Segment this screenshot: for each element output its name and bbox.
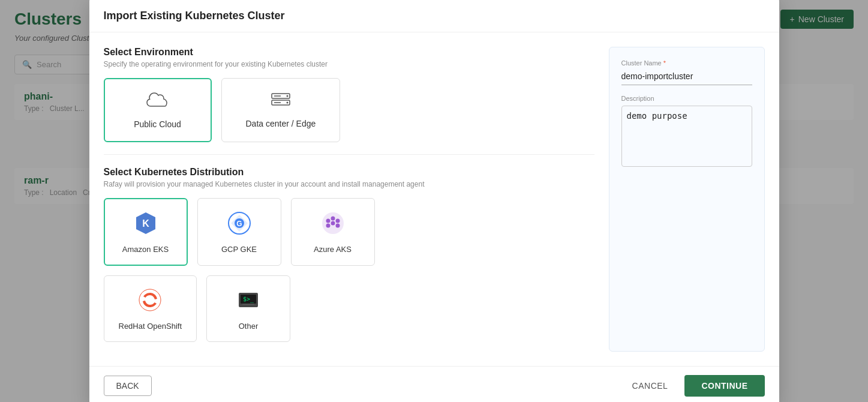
description-textarea-wrapper: demo purpose	[621, 106, 752, 167]
import-cluster-modal: Import Existing Kubernetes Cluster Selec…	[89, 0, 779, 402]
aks-icon	[320, 210, 346, 239]
distribution-section: Select Kubernetes Distribution Rafay wil…	[104, 167, 594, 342]
dist-card-azure-aks[interactable]: Azure AKS	[291, 198, 375, 266]
svg-point-14	[335, 218, 340, 223]
env-card-datacenter-label: Data center / Edge	[246, 119, 316, 128]
modal-overlay: Import Existing Kubernetes Cluster Selec…	[0, 0, 868, 402]
env-card-public-cloud-label: Public Cloud	[134, 119, 181, 129]
env-card-public-cloud[interactable]: Public Cloud	[104, 78, 212, 142]
cluster-name-input[interactable]	[621, 69, 752, 85]
svg-point-12	[326, 218, 330, 223]
env-card-datacenter-edge[interactable]: Data center / Edge	[221, 78, 341, 142]
dist-card-azure-aks-label: Azure AKS	[314, 245, 352, 254]
datacenter-icon	[270, 92, 292, 113]
svg-point-13	[331, 216, 335, 220]
distribution-cards-row2: RedHat OpenShift $>_	[104, 275, 594, 342]
svg-point-3	[286, 101, 288, 103]
cluster-name-field: Cluster Name	[621, 59, 752, 95]
svg-text:K: K	[142, 218, 149, 229]
svg-text:$>_: $>_	[243, 296, 254, 303]
other-icon: $>_	[235, 287, 262, 316]
description-label: Description	[621, 95, 752, 102]
svg-point-16	[326, 223, 330, 227]
modal-footer: BACK CANCEL CONTINUE	[89, 366, 779, 403]
distribution-cards-row1: K Amazon EKS	[104, 198, 594, 266]
environment-cards: Public Cloud	[104, 78, 594, 142]
dist-card-other-label: Other	[239, 322, 259, 331]
modal-right-panel: Cluster Name Description demo purpose	[609, 47, 765, 352]
gke-icon: G	[226, 210, 253, 239]
back-button[interactable]: BACK	[104, 376, 152, 396]
environment-section-desc: Specify the operating environment for yo…	[104, 60, 594, 68]
footer-right-buttons: CANCEL CONTINUE	[620, 375, 765, 397]
modal-header: Import Existing Kubernetes Cluster	[89, 0, 779, 32]
svg-rect-22	[242, 304, 254, 305]
svg-text:G: G	[236, 220, 242, 228]
dist-card-redhat-openshift-label: RedHat OpenShift	[119, 322, 182, 331]
description-textarea[interactable]: demo purpose	[627, 111, 747, 159]
svg-point-1	[286, 95, 288, 97]
svg-point-17	[335, 223, 340, 227]
dist-card-amazon-eks-label: Amazon EKS	[122, 245, 169, 254]
modal-left-panel: Select Environment Specify the operating…	[104, 47, 594, 352]
dist-card-gcp-gke[interactable]: G GCP GKE	[197, 198, 281, 266]
cluster-name-label: Cluster Name	[621, 59, 752, 67]
cancel-button[interactable]: CANCEL	[620, 375, 680, 397]
continue-button[interactable]: CONTINUE	[684, 375, 764, 397]
section-divider	[104, 154, 594, 155]
svg-point-18	[139, 289, 161, 311]
distribution-section-title: Select Kubernetes Distribution	[104, 167, 594, 178]
dist-card-amazon-eks[interactable]: K Amazon EKS	[104, 198, 188, 266]
dist-card-redhat-openshift[interactable]: RedHat OpenShift	[104, 275, 197, 342]
dist-card-other[interactable]: $>_ Other	[206, 275, 290, 342]
environment-section-title: Select Environment	[104, 47, 594, 58]
cloud-icon	[146, 91, 170, 113]
openshift-icon	[137, 287, 163, 316]
description-field: Description demo purpose	[621, 95, 752, 167]
modal-title: Import Existing Kubernetes Cluster	[104, 10, 285, 22]
modal-body: Select Environment Specify the operating…	[89, 32, 779, 366]
distribution-section-desc: Rafay will provision your managed Kubern…	[104, 180, 594, 188]
eks-icon: K	[133, 210, 159, 239]
svg-point-15	[331, 221, 335, 225]
dist-card-gcp-gke-label: GCP GKE	[221, 245, 257, 254]
environment-section: Select Environment Specify the operating…	[104, 47, 594, 142]
